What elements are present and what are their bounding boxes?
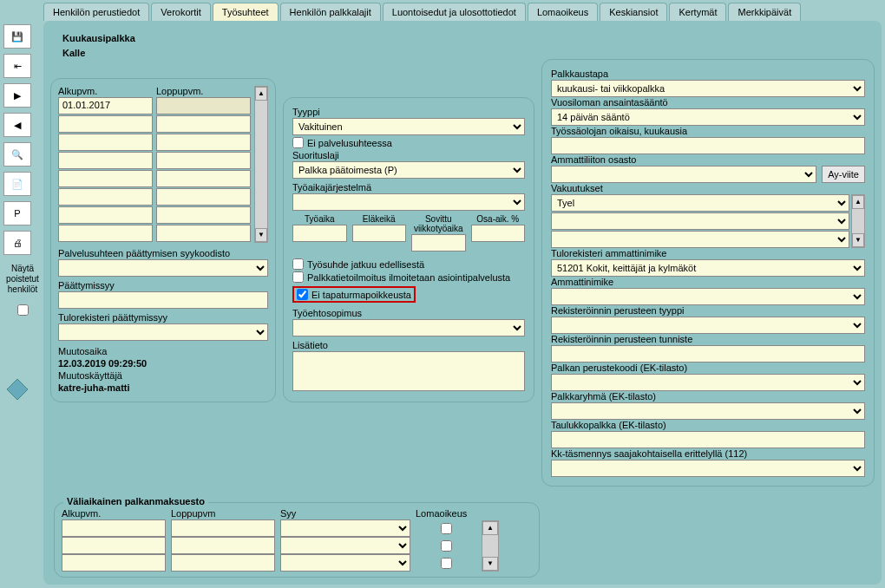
tyoaikajarj-select[interactable] (292, 193, 525, 211)
tab-perustiedot[interactable]: Henkilön perustiedot (43, 3, 149, 21)
temp-loppupvm-1[interactable] (171, 537, 275, 554)
temp-syy-0[interactable] (280, 519, 410, 537)
alkupvm-row-4[interactable] (58, 170, 153, 187)
temp-syy-2[interactable] (280, 554, 410, 572)
temp-lomaoikeus-2[interactable] (441, 558, 452, 569)
tab-tyosuhteet[interactable]: Työsuhteet (213, 3, 279, 21)
palkkaryhma-label: Palkkaryhmä (EK-tilasto) (551, 391, 865, 402)
vuosiloma-select[interactable]: 14 päivän sääntö (551, 108, 865, 126)
rek-peruste-tunniste-input[interactable] (551, 345, 865, 363)
alkupvm-row-3[interactable] (58, 152, 153, 169)
prev-button[interactable]: ◀ (3, 113, 31, 137)
alkupvm-label: Alkupvm. (58, 86, 153, 96)
alkupvm-row-5[interactable] (58, 188, 153, 206)
temp-alkupvm-1[interactable] (62, 537, 166, 554)
loppupvm-row-1[interactable] (156, 115, 251, 133)
tulorek-ammatti-select[interactable]: 51201 Kokit, keittäjät ja kylmäköt (551, 259, 865, 277)
sovittu-label: Sovittu viikkotyöaika (411, 214, 466, 233)
alkupvm-row-7[interactable] (58, 225, 153, 242)
lisatieto-textarea[interactable] (292, 351, 525, 391)
ei-tapaturma-check[interactable] (297, 289, 308, 300)
new-button[interactable]: 📄 (3, 172, 31, 196)
temp-lomaoikeus-1[interactable] (441, 540, 452, 552)
palkan-peruste-select[interactable] (551, 374, 865, 391)
loppupvm-row-5[interactable] (156, 188, 251, 206)
exit-button[interactable]: ⇤ (3, 54, 31, 78)
osaaik-input[interactable] (471, 225, 526, 242)
temp-alkupvm-0[interactable] (62, 519, 166, 537)
svg-marker-0 (7, 379, 28, 400)
tab-lomaoikeus[interactable]: Lomaoikeus (528, 3, 598, 21)
search-button[interactable]: 🔍 (3, 142, 31, 167)
ammattinimike-label: Ammattinimike (551, 277, 865, 287)
tab-merkkipaivat[interactable]: Merkkipäivät (728, 3, 801, 21)
temp-syy-1[interactable] (280, 537, 410, 554)
ay-viite-button[interactable]: Ay-viite (822, 166, 865, 183)
tab-kertymat[interactable]: Kertymät (669, 3, 726, 21)
loppupvm-row-6[interactable] (156, 206, 251, 224)
jatkuu-check[interactable] (292, 258, 304, 270)
loppupvm-row-2[interactable] (156, 134, 251, 151)
tab-luontoisedut[interactable]: Luontoisedut ja ulosottotiedot (383, 3, 526, 21)
palkkatieto-label: Palkkatietoilmoitus ilmoitetaan asiointi… (307, 272, 510, 283)
temp-loppupvm-0[interactable] (171, 519, 275, 537)
tyossaolo-input[interactable] (551, 137, 865, 154)
end-reason-select[interactable] (58, 259, 268, 277)
suorituslaji-select[interactable]: Palkka päätoimesta (P) (292, 161, 525, 179)
ammattinimike-select[interactable] (551, 288, 865, 305)
p-button[interactable]: P (3, 201, 31, 225)
palkkaustapa-select[interactable]: kuukausi- tai viikkopalkka (551, 80, 865, 97)
tyyppi-select[interactable]: Vakituinen (292, 118, 525, 135)
alkupvm-row-6[interactable] (58, 206, 153, 224)
tab-keskiansiot[interactable]: Keskiansiot (600, 3, 667, 21)
kktasmennys-select[interactable] (551, 460, 865, 477)
scroll-down-icon[interactable]: ▼ (852, 233, 864, 247)
elakeika-input[interactable] (352, 225, 407, 242)
print-button[interactable]: 🖨 (3, 231, 31, 255)
vakuutus-select-2[interactable] (551, 231, 849, 248)
temp-loppupvm-2[interactable] (171, 554, 275, 572)
palkkaryhma-select[interactable] (551, 402, 865, 420)
vakuutus-select-0[interactable]: Tyel (551, 194, 849, 212)
next-button[interactable]: ▶ (3, 83, 31, 108)
temp-lomaoikeus-0[interactable] (441, 523, 452, 534)
prev-icon: ◀ (14, 120, 21, 131)
tulorek-paatty-select[interactable] (58, 323, 268, 341)
tyoehto-select[interactable] (292, 319, 525, 336)
loppupvm-row-7[interactable] (156, 225, 251, 242)
tab-verokortit[interactable]: Verokortit (151, 3, 210, 21)
paattymissyy-input[interactable] (58, 291, 268, 309)
show-deleted-checkbox[interactable] (17, 304, 29, 316)
ei-palvelusuhteessa-check[interactable] (292, 137, 304, 148)
scroll-down-icon[interactable]: ▼ (482, 557, 498, 571)
tyoehto-label: Työehtosopimus (292, 308, 525, 318)
scroll-up-icon[interactable]: ▲ (255, 87, 267, 101)
loppupvm-row-4[interactable] (156, 170, 251, 187)
date-scrollbar[interactable]: ▲ ▼ (254, 86, 268, 243)
scroll-up-icon[interactable]: ▲ (482, 521, 498, 535)
save-button[interactable]: 💾 (3, 24, 31, 49)
vakuutus-select-1[interactable] (551, 212, 849, 230)
taulukkopalkka-label: Taulukkopalkka (EK-tilasto) (551, 420, 865, 430)
alkupvm-row-2[interactable] (58, 134, 153, 151)
tyoaika-input[interactable] (292, 225, 347, 242)
alkupvm-row-0[interactable]: 01.01.2017 (58, 97, 153, 114)
palkkatieto-check[interactable] (292, 271, 304, 283)
temp-alkupvm-2[interactable] (62, 554, 166, 572)
lisatieto-label: Lisätieto (292, 340, 525, 350)
loppupvm-row-3[interactable] (156, 152, 251, 169)
alkupvm-row-1[interactable] (58, 115, 153, 133)
muutoskayttaja-label: Muutoskäyttäjä (58, 370, 268, 381)
rek-peruste-tyyppi-select[interactable] (551, 317, 865, 334)
loppupvm-row-0[interactable] (156, 97, 251, 114)
temp-scrollbar[interactable]: ▲ ▼ (482, 520, 499, 572)
taulukkopalkka-input[interactable] (551, 431, 865, 448)
palkan-peruste-label: Palkan perustekoodi (EK-tilasto) (551, 363, 865, 373)
tab-palkkalajit[interactable]: Henkilön palkkalajit (280, 3, 381, 21)
ammattiliitto-select[interactable] (551, 166, 816, 183)
sovittu-input[interactable] (411, 234, 466, 252)
vakuutus-scrollbar[interactable]: ▲ ▼ (851, 194, 865, 248)
scroll-up-icon[interactable]: ▲ (852, 195, 864, 209)
temp-group-title: Väliaikainen palkanmaksuesto (63, 496, 208, 506)
scroll-down-icon[interactable]: ▼ (255, 228, 267, 242)
